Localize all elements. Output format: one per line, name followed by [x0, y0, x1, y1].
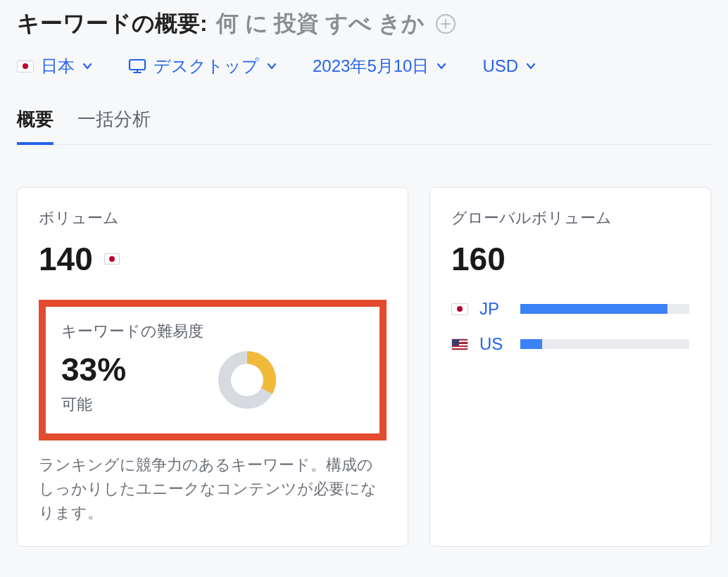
flag-jp-icon [104, 253, 120, 265]
difficulty-label: キーワードの難易度 [61, 321, 203, 342]
page-title: キーワードの概要: 何 に 投資 すべ きか [17, 8, 711, 39]
flag-jp-icon [451, 303, 468, 315]
difficulty-description: ランキングに競争力のあるキーワード。構成のしっかりしたユニークなコンテンツが必要… [39, 453, 387, 525]
currency-label: USD [482, 56, 518, 76]
volume-label: ボリューム [39, 208, 387, 229]
volume-bar-track [520, 304, 689, 314]
volume-value-row: 140 [39, 240, 387, 278]
title-prefix: キーワードの概要: [17, 8, 208, 39]
difficulty-block: キーワードの難易度 33% 可能 [39, 300, 387, 440]
country-code[interactable]: US [479, 334, 509, 354]
country-label: 日本 [41, 55, 75, 77]
tabs: 概要 一括分析 [17, 107, 711, 145]
global-volume-value: 160 [451, 240, 689, 278]
chevron-down-icon [436, 61, 447, 72]
flag-jp-icon [17, 61, 34, 72]
tab-overview[interactable]: 概要 [17, 107, 54, 144]
global-volume-list: JP US [451, 299, 689, 354]
svg-rect-0 [130, 60, 145, 70]
difficulty-percent: 33% [61, 350, 203, 388]
global-volume-row-us: US [451, 334, 689, 354]
filter-row: 日本 デスクトップ 2023年5月10日 USD [17, 55, 711, 77]
chevron-down-icon [525, 61, 536, 72]
device-filter[interactable]: デスクトップ [128, 55, 277, 77]
volume-bar-track [520, 339, 689, 349]
country-filter[interactable]: 日本 [17, 55, 93, 77]
date-filter[interactable]: 2023年5月10日 [313, 55, 447, 77]
date-label: 2023年5月10日 [313, 55, 429, 77]
currency-filter[interactable]: USD [482, 56, 536, 76]
title-query: 何 に 投資 すべ きか [216, 8, 425, 39]
chevron-down-icon [82, 61, 93, 72]
global-volume-row-jp: JP [451, 299, 689, 319]
add-keyword-button[interactable] [436, 14, 456, 34]
tab-bulk[interactable]: 一括分析 [77, 107, 151, 144]
global-volume-card: グローバルボリューム 160 JP US [429, 187, 711, 547]
flag-us-icon [451, 338, 468, 350]
desktop-icon [128, 58, 146, 74]
chevron-down-icon [266, 61, 277, 72]
volume-value: 140 [39, 240, 93, 278]
plus-icon [441, 19, 451, 29]
volume-card: ボリューム 140 キーワードの難易度 33% 可能 [17, 187, 408, 547]
difficulty-donut [216, 349, 278, 411]
volume-bar-fill [520, 304, 667, 314]
volume-bar-fill [520, 339, 542, 349]
country-code[interactable]: JP [479, 299, 509, 319]
device-label: デスクトップ [153, 55, 259, 77]
difficulty-sublabel: 可能 [61, 394, 203, 415]
global-volume-label: グローバルボリューム [451, 208, 689, 229]
